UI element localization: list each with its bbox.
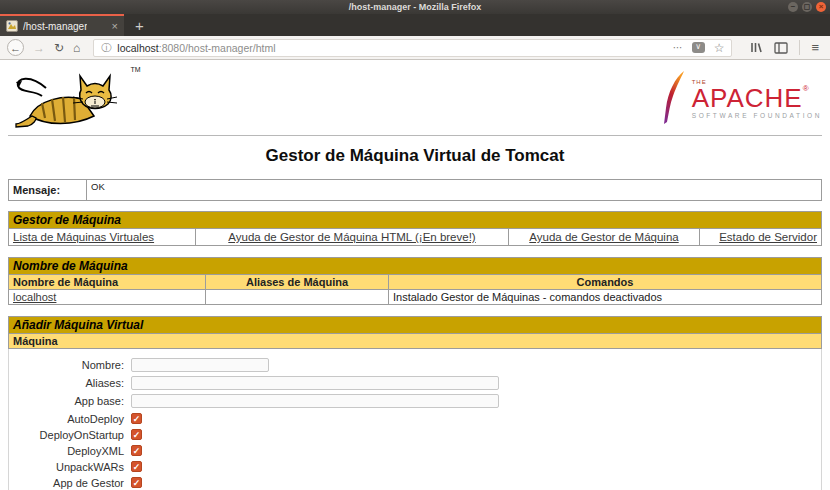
tomcat-logo: TM [8, 66, 141, 134]
check-row-autodeploy: AutoDeploy ✓ [9, 413, 821, 424]
link-localhost[interactable]: localhost [13, 291, 56, 303]
nav-cell: Ayuda de Gestor de Máquina [509, 229, 700, 246]
host-commands-cell: Instalado Gestor de Máquinas - comandos … [389, 290, 822, 305]
window-titlebar: /host-manager - Mozilla Firefox − ◻ × [0, 0, 830, 14]
pocket-icon[interactable]: ∨ [692, 42, 705, 53]
manager-section: Gestor de Máquina Lista de Máquinas Virt… [8, 211, 822, 246]
info-icon[interactable]: ⓘ [101, 41, 111, 55]
url-actions: ⋯ ∨ ☆ [673, 41, 725, 55]
link-host-manager-help-html[interactable]: Ayuda de Gestor de Máquina HTML (¡En bre… [228, 231, 475, 243]
link-list-virtual-hosts[interactable]: Lista de Máquinas Virtuales [13, 231, 154, 243]
appbase-field-label: App base: [9, 395, 131, 407]
forward-icon[interactable]: → [33, 42, 45, 54]
page-title: Gestor de Máquina Virtual de Tomcat [8, 146, 822, 166]
add-host-form: Nombre: Aliases: App base: AutoDeploy ✓ … [8, 349, 822, 490]
check-row-deployonstartup: DeployOnStartup ✓ [9, 429, 821, 440]
library-icon[interactable] [749, 41, 763, 54]
host-name-cell: localhost [9, 290, 206, 305]
column-header-host-name: Nombre de Máquina [9, 275, 206, 290]
back-icon[interactable]: ← [7, 39, 24, 56]
navigation-bar: ← → ↻ ⌂ ⓘ localhost:8080/host-manager/ht… [0, 36, 830, 60]
sidebar-toggle-icon[interactable] [774, 42, 788, 54]
apache-name: APACHE [692, 83, 803, 113]
page-content: TM THE APACHE® SOFTWARE FOUNDATION [0, 60, 830, 490]
menu-icon[interactable]: ≡ [811, 40, 819, 55]
hosts-section-title: Nombre de Máquina [9, 258, 822, 275]
link-host-manager-help[interactable]: Ayuda de Gestor de Máquina [529, 231, 678, 243]
new-tab-button[interactable]: + [124, 14, 155, 36]
nav-cell: Ayuda de Gestor de Máquina HTML (¡En bre… [196, 229, 509, 246]
apache-feather-icon [662, 70, 688, 128]
column-header-host-aliases: Aliases de Máquina [206, 275, 389, 290]
deployonstartup-checkbox[interactable]: ✓ [131, 429, 142, 440]
autodeploy-label: AutoDeploy [9, 413, 131, 425]
tab-bar: /host-manager × + [0, 14, 830, 36]
message-table: Mensaje: OK [8, 179, 822, 201]
table-row: localhost Instalado Gestor de Máquinas -… [9, 290, 822, 305]
url-path: :8080/host-manager/html [159, 42, 276, 54]
window-controls: − ◻ × [788, 2, 826, 12]
apache-registered-mark: ® [803, 84, 809, 93]
close-button[interactable]: × [816, 2, 826, 12]
tab-close-icon[interactable]: × [112, 21, 118, 32]
nav-cell: Lista de Máquinas Virtuales [9, 229, 196, 246]
aliases-field[interactable] [131, 376, 499, 390]
url-bar[interactable]: ⓘ localhost:8080/host-manager/html ⋯ ∨ ☆ [93, 39, 732, 57]
aliases-field-label: Aliases: [9, 377, 131, 389]
unpackwars-label: UnpackWARs [9, 461, 131, 473]
unpackwars-checkbox[interactable]: ✓ [131, 461, 142, 472]
apache-wordmark: THE APACHE® SOFTWARE FOUNDATION [692, 79, 822, 120]
deployonstartup-label: DeployOnStartup [9, 429, 131, 441]
home-icon[interactable]: ⌂ [73, 42, 80, 54]
header-logos: TM THE APACHE® SOFTWARE FOUNDATION [8, 63, 822, 133]
maximize-button[interactable]: ◻ [802, 2, 812, 12]
tomcat-trademark: TM [130, 66, 140, 73]
form-row-name: Nombre: [9, 358, 821, 372]
window-title: /host-manager - Mozilla Firefox [349, 2, 482, 12]
toolbar-separator [799, 40, 800, 55]
appbase-field[interactable] [131, 394, 499, 408]
form-row-appbase: App base: [9, 394, 821, 408]
check-row-unpackwars: UnpackWARs ✓ [9, 461, 821, 472]
message-label: Mensaje: [9, 180, 87, 201]
minimize-button[interactable]: − [788, 2, 798, 12]
toolbar-right: ≡ [745, 40, 823, 55]
nav-cell: Estado de Servidor [700, 229, 822, 246]
hosts-section: Nombre de Máquina Nombre de Máquina Alia… [8, 257, 822, 305]
add-host-subtitle: Máquina [9, 334, 822, 349]
name-field-label: Nombre: [9, 359, 131, 371]
add-host-title: Añadir Máquina Virtual [9, 317, 822, 334]
manager-section-title: Gestor de Máquina [9, 212, 822, 229]
name-field[interactable] [131, 358, 269, 372]
link-server-status[interactable]: Estado de Servidor [719, 231, 817, 243]
host-aliases-cell [206, 290, 389, 305]
apache-subtitle: SOFTWARE FOUNDATION [692, 113, 822, 120]
reload-icon[interactable]: ↻ [54, 42, 64, 54]
deployxml-checkbox[interactable]: ✓ [131, 445, 142, 456]
apache-logo: THE APACHE® SOFTWARE FOUNDATION [662, 66, 822, 128]
autodeploy-checkbox[interactable]: ✓ [131, 413, 142, 424]
url-text: localhost:8080/host-manager/html [117, 42, 275, 54]
page-actions-icon[interactable]: ⋯ [673, 42, 683, 53]
deployxml-label: DeployXML [9, 445, 131, 457]
tab-title: /host-manager [23, 21, 87, 32]
url-host: localhost [117, 42, 158, 54]
manager-app-label: App de Gestor [9, 477, 131, 489]
message-value: OK [87, 180, 822, 201]
check-row-manager-app: App de Gestor ✓ [9, 477, 821, 488]
add-host-section: Añadir Máquina Virtual Máquina [8, 316, 822, 349]
form-row-aliases: Aliases: [9, 376, 821, 390]
tomcat-cat-icon [8, 66, 126, 130]
bookmark-star-icon[interactable]: ☆ [714, 41, 725, 55]
tab-favicon-icon [6, 20, 18, 32]
manager-app-checkbox[interactable]: ✓ [131, 477, 142, 488]
column-header-commands: Comandos [389, 275, 822, 290]
header-divider [8, 135, 822, 136]
check-row-deployxml: DeployXML ✓ [9, 445, 821, 456]
tab-host-manager[interactable]: /host-manager × [0, 14, 124, 36]
